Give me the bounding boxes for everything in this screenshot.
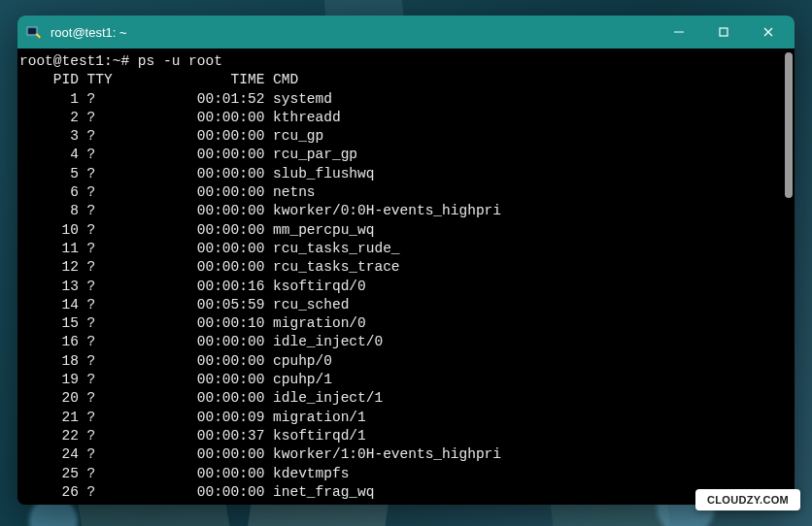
process-row: 13 ? 00:00:16 ksoftirqd/0	[19, 278, 781, 296]
terminal-output[interactable]: root@test1:~# ps -u root PID TTY TIME CM…	[17, 49, 783, 505]
process-row: 20 ? 00:00:00 idle_inject/1	[19, 389, 781, 408]
titlebar[interactable]: root@test1: ~	[17, 16, 795, 49]
process-row: 10 ? 00:00:00 mm_percpu_wq	[19, 221, 781, 240]
process-row: 14 ? 00:05:59 rcu_sched	[19, 296, 781, 314]
prompt-line: root@test1:~# ps -u root	[19, 52, 781, 71]
svg-rect-3	[720, 28, 727, 36]
scrollbar[interactable]	[783, 49, 795, 505]
process-row: 18 ? 00:00:00 cpuhp/0	[19, 352, 781, 371]
process-row: 11 ? 00:00:00 rcu_tasks_rude_	[19, 240, 781, 258]
process-row: 4 ? 00:00:00 rcu_par_gp	[19, 146, 781, 164]
window-title: root@test1: ~	[51, 25, 127, 40]
process-row: 6 ? 00:00:00 netns	[19, 183, 781, 202]
process-row: 16 ? 00:00:00 idle_inject/0	[19, 333, 781, 351]
process-row: 25 ? 00:00:00 kdevtmpfs	[19, 465, 781, 483]
process-row: 3 ? 00:00:00 rcu_gp	[19, 127, 781, 146]
minimize-button[interactable]	[657, 16, 701, 49]
svg-rect-1	[28, 28, 36, 34]
process-row: 24 ? 00:00:00 kworker/1:0H-events_highpr…	[19, 445, 781, 464]
process-row: 1 ? 00:01:52 systemd	[19, 90, 781, 109]
ps-header-row: PID TTY TIME CMD	[19, 71, 781, 89]
process-row: 8 ? 00:00:00 kworker/0:0H-events_highpri	[19, 202, 781, 220]
terminal-window: root@test1: ~ root@test1:~# ps -u root P…	[17, 16, 795, 505]
watermark-badge: CLOUDZY.COM	[695, 489, 800, 510]
close-button[interactable]	[746, 16, 791, 49]
process-row: 21 ? 00:00:09 migration/1	[19, 409, 781, 427]
scrollbar-thumb[interactable]	[785, 52, 793, 198]
process-row: 26 ? 00:00:00 inet_frag_wq	[19, 483, 781, 502]
process-row: 12 ? 00:00:00 rcu_tasks_trace	[19, 258, 781, 277]
process-row: 2 ? 00:00:00 kthreadd	[19, 109, 781, 127]
putty-icon	[25, 23, 43, 41]
process-row: 22 ? 00:00:37 ksoftirqd/1	[19, 427, 781, 445]
process-row: 5 ? 00:00:00 slub_flushwq	[19, 165, 781, 183]
maximize-button[interactable]	[701, 16, 746, 49]
process-row: 15 ? 00:00:10 migration/0	[19, 314, 781, 333]
process-row: 19 ? 00:00:00 cpuhp/1	[19, 371, 781, 389]
